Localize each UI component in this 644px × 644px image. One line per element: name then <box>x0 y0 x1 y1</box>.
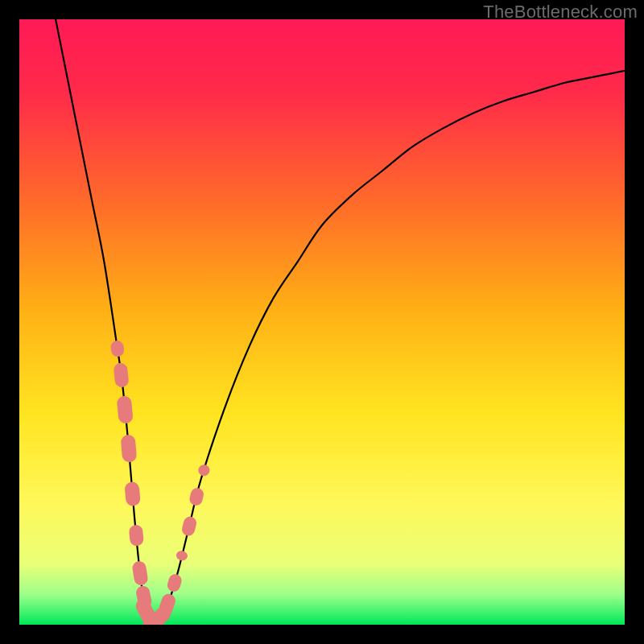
gradient-background <box>19 19 625 625</box>
outer-frame: TheBottleneck.com <box>0 0 644 644</box>
plot-area <box>19 19 625 625</box>
chart-svg <box>19 19 625 625</box>
